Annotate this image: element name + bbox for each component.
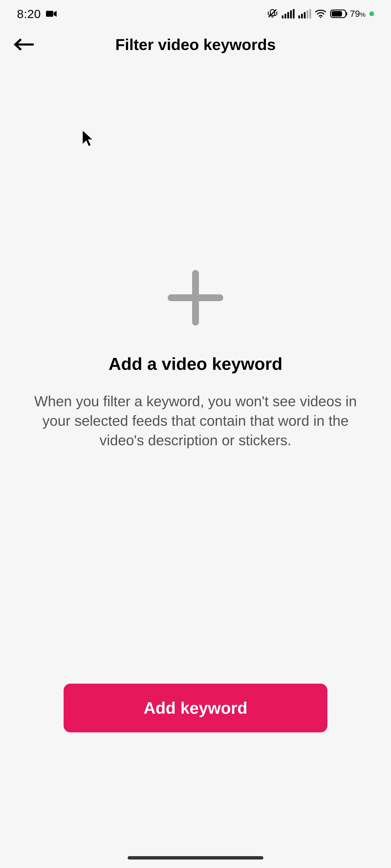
back-button[interactable] <box>13 34 35 55</box>
empty-state-title: Add a video keyword <box>109 354 282 374</box>
status-time: 8:20 <box>17 7 41 21</box>
plus-icon <box>167 269 224 327</box>
svg-point-2 <box>320 17 321 18</box>
status-bar: 8:20 <box>0 0 391 28</box>
signal-strength-icon-1 <box>282 9 295 19</box>
signal-strength-icon-2 <box>298 9 311 19</box>
wifi-icon <box>315 8 326 20</box>
empty-state-description: When you filter a keyword, you won't see… <box>30 392 361 450</box>
vibrate-muted-icon <box>267 8 278 20</box>
battery-percent: 79% <box>350 9 366 19</box>
battery-icon <box>330 9 346 18</box>
page-title: Filter video keywords <box>115 36 276 54</box>
svg-line-1 <box>269 9 276 17</box>
page-header: Filter video keywords <box>0 28 391 61</box>
empty-state: Add a video keyword When you filter a ke… <box>0 61 391 684</box>
video-recording-icon <box>46 10 57 18</box>
privacy-indicator-dot <box>369 11 374 16</box>
add-keyword-button[interactable]: Add keyword <box>64 684 327 733</box>
home-indicator[interactable] <box>128 856 263 860</box>
svg-rect-0 <box>46 11 53 17</box>
